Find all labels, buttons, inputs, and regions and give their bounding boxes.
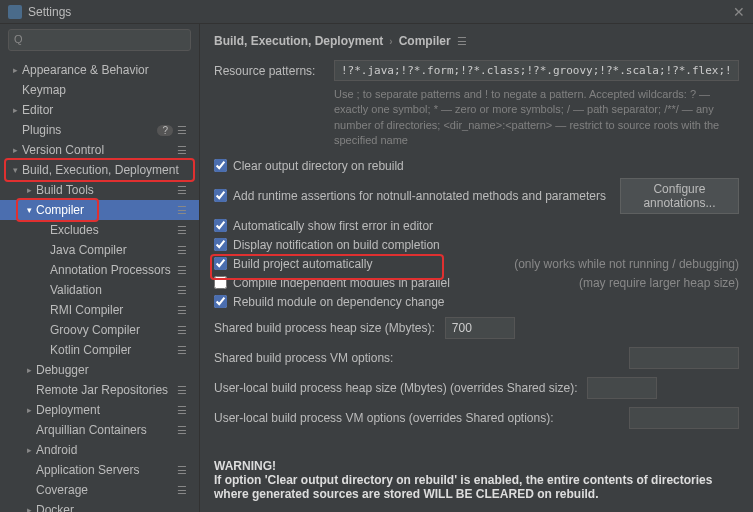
resource-patterns-input[interactable] [334, 60, 739, 81]
menu-icon[interactable]: ☰ [177, 124, 187, 137]
checkbox-row: Clear output directory on rebuild [214, 159, 739, 173]
configure-annotations-button[interactable]: Configure annotations... [620, 178, 739, 214]
chevron-down-icon: ▾ [22, 205, 36, 215]
sidebar-item[interactable]: Validation☰ [0, 280, 199, 300]
chevron-right-icon: ▸ [22, 185, 36, 195]
sidebar-item[interactable]: Keymap [0, 80, 199, 100]
sidebar-item-label: Plugins [22, 123, 157, 137]
search-input[interactable] [8, 29, 191, 51]
checkbox-row: Automatically show first error in editor [214, 219, 739, 233]
form-row: Shared build process heap size (Mbytes): [214, 317, 739, 339]
main-panel: Build, Execution, Deployment › Compiler … [200, 24, 753, 512]
text-input[interactable] [629, 347, 739, 369]
sidebar-item-label: Excludes [50, 223, 177, 237]
checkbox-row: Compile independent modules in parallel(… [214, 276, 739, 290]
warning-block: WARNING! If option 'Clear output directo… [214, 459, 739, 501]
settings-form: Resource patterns: Use ; to separate pat… [200, 56, 753, 512]
menu-icon[interactable]: ☰ [177, 344, 187, 357]
sidebar-item[interactable]: ▸Build Tools☰ [0, 180, 199, 200]
chevron-right-icon: ▸ [22, 365, 36, 375]
sidebar-item[interactable]: Annotation Processors☰ [0, 260, 199, 280]
sidebar-item[interactable]: Java Compiler☰ [0, 240, 199, 260]
sidebar-item[interactable]: Arquillian Containers☰ [0, 420, 199, 440]
close-icon[interactable]: ✕ [733, 4, 745, 20]
sidebar-item-label: Build, Execution, Deployment [22, 163, 193, 177]
sidebar-item-label: Coverage [36, 483, 177, 497]
form-row: User-local build process VM options (ove… [214, 407, 739, 429]
warning-title: WARNING! [214, 459, 276, 473]
sidebar-item[interactable]: ▸Debugger [0, 360, 199, 380]
sidebar-item[interactable]: Remote Jar Repositories☰ [0, 380, 199, 400]
menu-icon[interactable]: ☰ [177, 184, 187, 197]
sidebar-item[interactable]: ▸Deployment☰ [0, 400, 199, 420]
search-container: Q [8, 29, 191, 51]
menu-icon[interactable]: ☰ [177, 484, 187, 497]
sidebar-item[interactable]: Kotlin Compiler☰ [0, 340, 199, 360]
sidebar-item-label: Debugger [36, 363, 193, 377]
sidebar-item[interactable]: ▸Appearance & Behavior [0, 60, 199, 80]
menu-icon[interactable]: ☰ [177, 324, 187, 337]
checkbox[interactable] [214, 238, 227, 251]
sidebar-item-label: Build Tools [36, 183, 177, 197]
field-label: Shared build process VM options: [214, 351, 393, 365]
checkbox-label: Rebuild module on dependency change [233, 295, 739, 309]
checkbox[interactable] [214, 159, 227, 172]
sidebar-item[interactable]: Excludes☰ [0, 220, 199, 240]
checkbox-label: Compile independent modules in parallel [233, 276, 549, 290]
checkbox-label: Add runtime assertions for notnull-annot… [233, 189, 606, 203]
menu-icon[interactable]: ☰ [177, 464, 187, 477]
menu-icon[interactable]: ☰ [457, 35, 467, 48]
text-input[interactable] [587, 377, 657, 399]
badge: ? [157, 125, 173, 136]
menu-icon[interactable]: ☰ [177, 264, 187, 277]
sidebar-item-label: Docker [36, 503, 193, 512]
checkbox[interactable] [214, 219, 227, 232]
chevron-right-icon: ▸ [8, 145, 22, 155]
sidebar-item-label: Validation [50, 283, 177, 297]
checkbox-row: Rebuild module on dependency change [214, 295, 739, 309]
menu-icon[interactable]: ☰ [177, 384, 187, 397]
menu-icon[interactable]: ☰ [177, 284, 187, 297]
chevron-right-icon: ▸ [8, 65, 22, 75]
sidebar-item-label: Compiler [36, 203, 177, 217]
menu-icon[interactable]: ☰ [177, 204, 187, 217]
breadcrumb-item: Compiler [399, 34, 451, 48]
chevron-right-icon: › [389, 36, 392, 47]
menu-icon[interactable]: ☰ [177, 424, 187, 437]
text-input[interactable] [445, 317, 515, 339]
checkbox[interactable] [214, 189, 227, 202]
sidebar-item-label: Deployment [36, 403, 177, 417]
sidebar-item-label: Arquillian Containers [36, 423, 177, 437]
checkbox[interactable] [214, 257, 227, 270]
checkbox[interactable] [214, 276, 227, 289]
warning-text: If option 'Clear output directory on reb… [214, 473, 712, 501]
chevron-right-icon: ▸ [22, 445, 36, 455]
sidebar-item[interactable]: ▾Build, Execution, Deployment [0, 160, 199, 180]
field-label: User-local build process heap size (Mbyt… [214, 381, 577, 395]
checkbox-label: Display notification on build completion [233, 238, 739, 252]
sidebar-item[interactable]: ▾Compiler☰ [0, 200, 199, 220]
menu-icon[interactable]: ☰ [177, 224, 187, 237]
sidebar-item[interactable]: Groovy Compiler☰ [0, 320, 199, 340]
sidebar-item-label: Android [36, 443, 193, 457]
sidebar-item[interactable]: Coverage☰ [0, 480, 199, 500]
resource-patterns-label: Resource patterns: [214, 60, 334, 78]
menu-icon[interactable]: ☰ [177, 144, 187, 157]
sidebar-item-label: Application Servers [36, 463, 177, 477]
breadcrumb: Build, Execution, Deployment › Compiler … [200, 24, 753, 56]
sidebar-item[interactable]: ▸Docker [0, 500, 199, 512]
sidebar-item[interactable]: RMI Compiler☰ [0, 300, 199, 320]
checkbox-label: Automatically show first error in editor [233, 219, 739, 233]
menu-icon[interactable]: ☰ [177, 304, 187, 317]
sidebar-item[interactable]: ▸Android [0, 440, 199, 460]
checkbox[interactable] [214, 295, 227, 308]
sidebar-item-label: RMI Compiler [50, 303, 177, 317]
text-input[interactable] [629, 407, 739, 429]
field-label: Shared build process heap size (Mbytes): [214, 321, 435, 335]
sidebar-item[interactable]: Application Servers☰ [0, 460, 199, 480]
menu-icon[interactable]: ☰ [177, 244, 187, 257]
menu-icon[interactable]: ☰ [177, 404, 187, 417]
sidebar-item[interactable]: Plugins?☰ [0, 120, 199, 140]
sidebar-item[interactable]: ▸Editor [0, 100, 199, 120]
sidebar-item[interactable]: ▸Version Control☰ [0, 140, 199, 160]
